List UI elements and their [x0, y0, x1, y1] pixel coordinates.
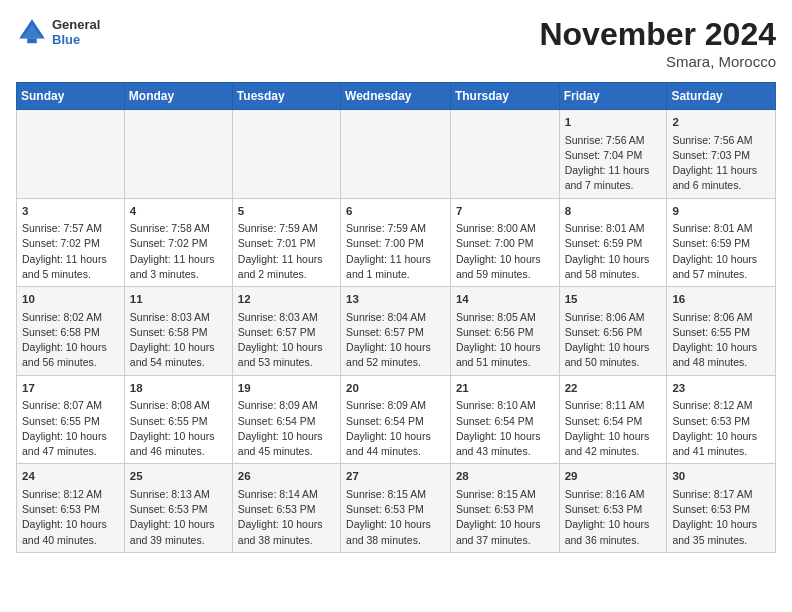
day-info: Sunrise: 8:09 AM: [346, 398, 445, 413]
day-info: Sunset: 6:58 PM: [22, 325, 119, 340]
day-info: Daylight: 10 hours and 42 minutes.: [565, 429, 662, 459]
day-info: Sunset: 6:55 PM: [130, 414, 227, 429]
day-number: 9: [672, 203, 770, 220]
day-number: 26: [238, 468, 335, 485]
calendar-cell: 18Sunrise: 8:08 AMSunset: 6:55 PMDayligh…: [124, 375, 232, 464]
calendar-cell: [124, 110, 232, 199]
day-info: Daylight: 10 hours and 43 minutes.: [456, 429, 554, 459]
day-info: Daylight: 11 hours and 2 minutes.: [238, 252, 335, 282]
day-number: 4: [130, 203, 227, 220]
calendar-cell: 15Sunrise: 8:06 AMSunset: 6:56 PMDayligh…: [559, 287, 667, 376]
calendar-cell: 6Sunrise: 7:59 AMSunset: 7:00 PMDaylight…: [341, 198, 451, 287]
calendar-cell: [450, 110, 559, 199]
day-info: Sunset: 6:57 PM: [346, 325, 445, 340]
day-info: Sunset: 6:54 PM: [456, 414, 554, 429]
day-number: 21: [456, 380, 554, 397]
logo-text: General Blue: [52, 17, 100, 47]
day-number: 1: [565, 114, 662, 131]
day-info: Sunrise: 8:09 AM: [238, 398, 335, 413]
day-info: Sunset: 6:54 PM: [346, 414, 445, 429]
day-info: Sunrise: 8:03 AM: [238, 310, 335, 325]
day-info: Sunrise: 7:56 AM: [565, 133, 662, 148]
day-info: Sunrise: 8:01 AM: [672, 221, 770, 236]
day-info: Sunrise: 8:17 AM: [672, 487, 770, 502]
svg-rect-2: [27, 38, 37, 43]
calendar-week-row: 24Sunrise: 8:12 AMSunset: 6:53 PMDayligh…: [17, 464, 776, 553]
title-block: November 2024 Smara, Morocco: [539, 16, 776, 70]
day-info: Sunset: 7:02 PM: [22, 236, 119, 251]
day-number: 8: [565, 203, 662, 220]
day-info: Daylight: 10 hours and 57 minutes.: [672, 252, 770, 282]
day-number: 22: [565, 380, 662, 397]
calendar-dow-sunday: Sunday: [17, 83, 125, 110]
day-info: Daylight: 10 hours and 37 minutes.: [456, 517, 554, 547]
day-number: 2: [672, 114, 770, 131]
day-info: Daylight: 10 hours and 52 minutes.: [346, 340, 445, 370]
day-number: 13: [346, 291, 445, 308]
day-info: Daylight: 10 hours and 47 minutes.: [22, 429, 119, 459]
calendar-cell: 9Sunrise: 8:01 AMSunset: 6:59 PMDaylight…: [667, 198, 776, 287]
day-number: 18: [130, 380, 227, 397]
day-info: Sunset: 7:04 PM: [565, 148, 662, 163]
day-info: Sunset: 6:53 PM: [238, 502, 335, 517]
day-number: 30: [672, 468, 770, 485]
calendar-cell: 7Sunrise: 8:00 AMSunset: 7:00 PMDaylight…: [450, 198, 559, 287]
day-info: Sunrise: 8:05 AM: [456, 310, 554, 325]
calendar-cell: 29Sunrise: 8:16 AMSunset: 6:53 PMDayligh…: [559, 464, 667, 553]
day-info: Sunset: 7:00 PM: [346, 236, 445, 251]
day-info: Daylight: 10 hours and 58 minutes.: [565, 252, 662, 282]
day-info: Sunset: 7:03 PM: [672, 148, 770, 163]
calendar-cell: 27Sunrise: 8:15 AMSunset: 6:53 PMDayligh…: [341, 464, 451, 553]
day-info: Sunset: 7:01 PM: [238, 236, 335, 251]
day-info: Sunset: 6:53 PM: [672, 502, 770, 517]
logo: General Blue: [16, 16, 100, 48]
calendar-dow-saturday: Saturday: [667, 83, 776, 110]
calendar-cell: 2Sunrise: 7:56 AMSunset: 7:03 PMDaylight…: [667, 110, 776, 199]
day-info: Sunrise: 8:12 AM: [22, 487, 119, 502]
day-info: Sunset: 6:53 PM: [565, 502, 662, 517]
day-info: Sunset: 6:59 PM: [672, 236, 770, 251]
day-info: Daylight: 10 hours and 51 minutes.: [456, 340, 554, 370]
day-info: Sunset: 6:53 PM: [672, 414, 770, 429]
day-info: Sunset: 6:55 PM: [22, 414, 119, 429]
day-info: Sunrise: 8:02 AM: [22, 310, 119, 325]
day-info: Sunrise: 8:01 AM: [565, 221, 662, 236]
day-info: Sunset: 7:02 PM: [130, 236, 227, 251]
day-number: 20: [346, 380, 445, 397]
day-info: Sunrise: 8:06 AM: [672, 310, 770, 325]
day-info: Daylight: 10 hours and 54 minutes.: [130, 340, 227, 370]
day-info: Daylight: 10 hours and 56 minutes.: [22, 340, 119, 370]
calendar-cell: 16Sunrise: 8:06 AMSunset: 6:55 PMDayligh…: [667, 287, 776, 376]
day-info: Sunrise: 8:10 AM: [456, 398, 554, 413]
day-info: Sunrise: 8:06 AM: [565, 310, 662, 325]
day-info: Sunrise: 7:58 AM: [130, 221, 227, 236]
day-number: 27: [346, 468, 445, 485]
calendar-dow-wednesday: Wednesday: [341, 83, 451, 110]
day-info: Daylight: 10 hours and 59 minutes.: [456, 252, 554, 282]
calendar-cell: 30Sunrise: 8:17 AMSunset: 6:53 PMDayligh…: [667, 464, 776, 553]
day-info: Sunset: 6:57 PM: [238, 325, 335, 340]
day-info: Sunrise: 8:15 AM: [456, 487, 554, 502]
day-info: Daylight: 10 hours and 46 minutes.: [130, 429, 227, 459]
day-info: Daylight: 10 hours and 45 minutes.: [238, 429, 335, 459]
day-info: Sunrise: 7:59 AM: [238, 221, 335, 236]
day-info: Sunrise: 8:11 AM: [565, 398, 662, 413]
day-number: 19: [238, 380, 335, 397]
day-info: Daylight: 11 hours and 6 minutes.: [672, 163, 770, 193]
calendar-cell: 28Sunrise: 8:15 AMSunset: 6:53 PMDayligh…: [450, 464, 559, 553]
calendar-dow-monday: Monday: [124, 83, 232, 110]
day-info: Daylight: 11 hours and 7 minutes.: [565, 163, 662, 193]
day-info: Sunrise: 8:00 AM: [456, 221, 554, 236]
calendar-dow-friday: Friday: [559, 83, 667, 110]
calendar-cell: 10Sunrise: 8:02 AMSunset: 6:58 PMDayligh…: [17, 287, 125, 376]
calendar-dow-thursday: Thursday: [450, 83, 559, 110]
calendar-cell: 24Sunrise: 8:12 AMSunset: 6:53 PMDayligh…: [17, 464, 125, 553]
day-number: 25: [130, 468, 227, 485]
calendar-cell: 17Sunrise: 8:07 AMSunset: 6:55 PMDayligh…: [17, 375, 125, 464]
day-info: Sunrise: 8:15 AM: [346, 487, 445, 502]
calendar-cell: 22Sunrise: 8:11 AMSunset: 6:54 PMDayligh…: [559, 375, 667, 464]
calendar-cell: 11Sunrise: 8:03 AMSunset: 6:58 PMDayligh…: [124, 287, 232, 376]
day-info: Daylight: 10 hours and 39 minutes.: [130, 517, 227, 547]
day-info: Daylight: 11 hours and 1 minute.: [346, 252, 445, 282]
calendar-cell: 26Sunrise: 8:14 AMSunset: 6:53 PMDayligh…: [232, 464, 340, 553]
